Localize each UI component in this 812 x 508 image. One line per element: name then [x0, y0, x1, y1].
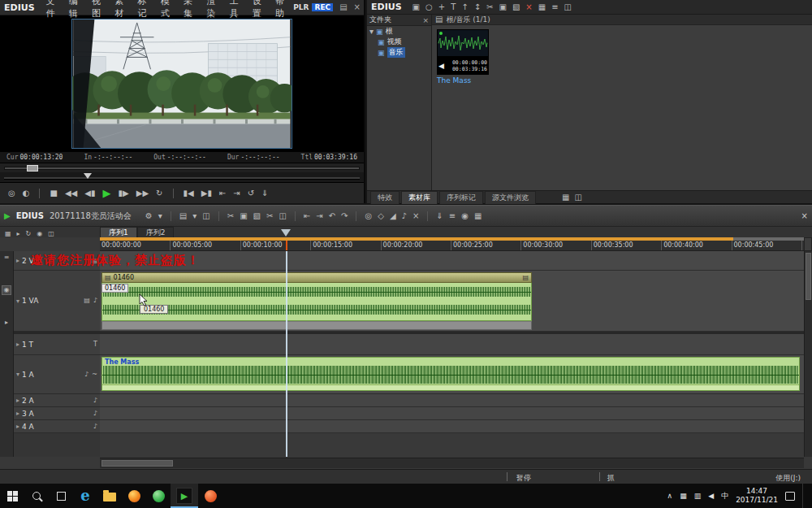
play-button[interactable]: ▶ — [103, 188, 111, 198]
ruler-playhead-mark[interactable] — [286, 241, 287, 250]
add-source-icon[interactable]: ▤ — [179, 212, 187, 220]
tab-sequence-marker[interactable]: 序列标记 — [439, 191, 483, 204]
menu-view[interactable]: 视图 — [87, 0, 110, 20]
taskbar-search-button[interactable] — [24, 484, 49, 508]
paste-icon[interactable]: ▧ — [512, 3, 520, 11]
strip-expand-icon[interactable]: ▸ — [5, 319, 8, 326]
lane-2V[interactable] — [100, 251, 804, 271]
previous-frame-button[interactable]: ◀▮ — [84, 189, 95, 198]
tray-app-icon[interactable]: ▦ — [680, 493, 687, 500]
playhead-line[interactable] — [286, 251, 287, 457]
play-around-button[interactable]: ↺ — [248, 189, 254, 198]
track-header-1A[interactable]: ▾ 1 A ♪ ~ — [14, 355, 100, 394]
dropdown-icon[interactable]: ▾ — [192, 212, 197, 220]
menu-render[interactable]: 渲染 — [201, 0, 224, 20]
lane-1T[interactable] — [100, 334, 804, 355]
goto-in-button[interactable]: ⇤ — [219, 189, 226, 198]
menu-clip[interactable]: 素材 — [110, 0, 132, 20]
action-center-icon[interactable] — [785, 492, 795, 501]
bin-view-icon[interactable]: ▤ — [435, 15, 443, 24]
task-view-button[interactable] — [49, 484, 73, 508]
menu-mode[interactable]: 模式 — [156, 0, 179, 20]
menu-edit[interactable]: 编辑 — [64, 0, 87, 20]
collapse-icon[interactable]: ▾ — [16, 371, 19, 378]
window-menu-icon[interactable]: ▤ — [339, 3, 347, 11]
sync-mode-icon[interactable]: ↻ — [26, 231, 32, 237]
start-button[interactable] — [0, 484, 24, 508]
timeline-close-icon[interactable]: × — [801, 212, 808, 220]
ruler-corner-button[interactable] — [804, 237, 812, 251]
export-icon[interactable]: ⇓ — [436, 212, 443, 220]
lane-2A[interactable] — [100, 394, 804, 407]
position-marker[interactable] — [84, 173, 92, 179]
add-clip-icon[interactable]: + — [438, 3, 445, 11]
position-bar-track[interactable] — [4, 177, 360, 180]
menu-help[interactable]: 帮助 — [270, 0, 293, 20]
green-browser-button[interactable] — [146, 484, 171, 508]
add-title-icon[interactable]: T — [451, 3, 456, 11]
view-mode-icon[interactable]: ▦ — [538, 3, 546, 11]
tree-item-music[interactable]: ▣ 音乐 — [367, 47, 431, 58]
expand-icon[interactable]: ▸ — [16, 341, 19, 348]
vertical-scrollbar-thumb[interactable] — [806, 253, 811, 300]
new-folder-icon[interactable]: ▣ — [412, 3, 420, 11]
undock-icon[interactable]: ◫ — [574, 193, 581, 202]
vertical-scrollbar[interactable] — [804, 251, 812, 457]
cut-clip-icon[interactable]: ✂ — [227, 212, 234, 220]
layout-grid-icon[interactable]: ▦ — [474, 212, 482, 220]
audio-clip-card[interactable]: ◀ 00:00:00:00 00:03:39:16 The Mass — [437, 29, 489, 85]
cut-icon[interactable]: ✂ — [486, 3, 493, 11]
previous-edit-button[interactable]: ▮◀ — [184, 189, 194, 198]
sequence-tab-1[interactable]: 序列1 — [100, 227, 137, 237]
lane-3A[interactable] — [100, 407, 804, 420]
tab-bin[interactable]: 素材库 — [401, 191, 438, 204]
orange-browser-button[interactable] — [198, 484, 222, 508]
jog-icon[interactable]: ◎ — [8, 189, 15, 198]
move-up-icon[interactable]: ↑ — [461, 3, 468, 11]
waveform-icon[interactable]: ~ — [92, 371, 97, 378]
tree-item-video[interactable]: ▣ 视频 — [367, 37, 431, 47]
next-edit-button[interactable]: ▶▮ — [201, 189, 212, 198]
lane-4A[interactable] — [100, 420, 804, 433]
delete-clip-icon[interactable]: × — [412, 212, 419, 220]
audio-enable-icon[interactable]: ♪ — [84, 371, 89, 378]
expand-icon[interactable]: ▸ — [16, 423, 19, 430]
track-header-4A[interactable]: ▸ 4 A ♪ — [14, 420, 100, 433]
menu-tools[interactable]: 工具 — [224, 0, 247, 20]
audio-clip-the-mass[interactable]: The Mass — [102, 357, 800, 391]
timeline-ruler[interactable]: 00:00:00:00 00:00:05:00 00:00:10:00 00:0… — [100, 237, 804, 251]
add-transition-icon[interactable]: ◇ — [378, 212, 384, 220]
match-frame-icon[interactable]: ◎ — [365, 212, 372, 220]
copy-icon[interactable]: ▣ — [499, 3, 506, 11]
trim-in-icon[interactable]: ⇤ — [304, 212, 310, 220]
stop-button[interactable]: ■ — [50, 189, 57, 198]
layout-icon[interactable]: ◫ — [564, 3, 572, 11]
capture-icon[interactable]: ◉ — [461, 212, 469, 220]
horizontal-scrollbar-thumb[interactable] — [102, 460, 173, 467]
collapse-icon[interactable]: ▾ — [369, 28, 374, 36]
ripple-cut-icon[interactable]: ✂ — [266, 212, 273, 220]
track-header-3A[interactable]: ▸ 3 A ♪ — [14, 407, 100, 420]
audio-enable-icon[interactable]: ♪ — [93, 423, 97, 430]
mixer-icon[interactable]: ≡ — [449, 212, 456, 220]
file-explorer-button[interactable] — [97, 484, 122, 508]
properties-icon[interactable]: ≡ — [551, 3, 558, 11]
sort-icon[interactable]: ↕ — [474, 3, 481, 11]
title-track-icon[interactable]: T — [93, 341, 97, 348]
audio-enable-icon[interactable]: ♪ — [93, 397, 97, 404]
menu-capture[interactable]: 采集 — [179, 0, 201, 20]
video-enable-icon[interactable]: ▤ — [84, 297, 90, 304]
track-header-1T[interactable]: ▸ 1 T T — [14, 334, 100, 355]
expand-icon[interactable]: ▸ — [16, 410, 19, 417]
rec-mode-badge[interactable]: REC — [312, 3, 333, 11]
show-desktop-button[interactable] — [802, 484, 806, 508]
ime-indicator[interactable]: 中 — [721, 493, 728, 500]
shuttle-slider-track[interactable] — [4, 167, 360, 170]
track-patch-icon[interactable]: ▦ — [5, 231, 11, 237]
tree-item-root[interactable]: ▾ ▣ 根 — [367, 26, 431, 37]
track-header-2A[interactable]: ▸ 2 A ♪ — [14, 394, 100, 407]
firefox-button[interactable] — [122, 484, 146, 508]
playhead-handle[interactable] — [281, 229, 291, 237]
audio-fade-icon[interactable]: ◢ — [390, 212, 396, 220]
mute-track-icon[interactable]: ♪ — [402, 212, 407, 220]
